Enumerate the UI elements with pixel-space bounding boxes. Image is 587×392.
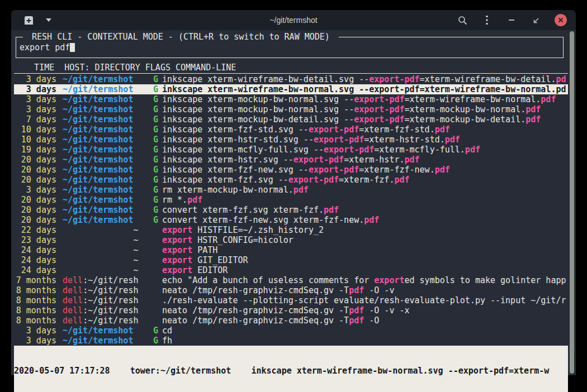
row-time: 7 days bbox=[14, 114, 56, 125]
row-time: 19 days bbox=[14, 145, 56, 155]
row-time: 22 days bbox=[14, 225, 56, 235]
row-time: 3 days bbox=[14, 185, 56, 195]
row-flags: G bbox=[153, 326, 161, 336]
row-flags bbox=[153, 265, 161, 275]
row-command: export GIT_EDITOR bbox=[162, 255, 568, 265]
history-row[interactable]: 10 days~/git/termshotGinkscape xterm-hst… bbox=[14, 135, 568, 145]
history-row[interactable]: 3 days~/git/termshotGrm xterm-mockup-bw-… bbox=[14, 185, 568, 195]
history-row[interactable]: 20 days~/git/termshotGconvert xterm-fzf-… bbox=[14, 215, 568, 225]
history-row[interactable]: 20 days~/git/termshotGconvert xterm-fzf.… bbox=[14, 205, 568, 215]
status-bar: 2020-05-07 17:17:28 tower:~/git/termshot… bbox=[14, 346, 568, 392]
history-row[interactable]: 3 days~/git/termshotGinkscape xterm-wire… bbox=[14, 84, 568, 94]
row-time: 20 days bbox=[14, 165, 56, 175]
row-time: 20 days bbox=[14, 205, 56, 215]
history-row[interactable]: 24 days ~export PATH bbox=[14, 245, 568, 255]
history-row[interactable]: 20 days~/git/termshotGinkscape xterm-hst… bbox=[14, 155, 568, 165]
history-row[interactable]: 24 days ~export EDITOR bbox=[14, 265, 568, 275]
row-host-directory: ~ bbox=[63, 225, 145, 235]
history-row[interactable]: 3 days~/git/termshotGinkscape xterm-mock… bbox=[14, 104, 568, 114]
row-command: inkscape xterm-mcfly-full.svg --export-p… bbox=[162, 145, 568, 155]
row-host-directory: ~/git/termshot bbox=[63, 104, 145, 114]
row-host-directory: ~ bbox=[63, 235, 145, 245]
row-host-directory: dell:~/git/resh bbox=[63, 305, 145, 315]
close-button[interactable] bbox=[555, 14, 567, 26]
new-tab-button[interactable] bbox=[22, 14, 35, 26]
row-time: 3 days bbox=[14, 326, 56, 336]
row-flags: G bbox=[153, 195, 161, 205]
close-icon bbox=[558, 17, 564, 23]
row-time: 8 months bbox=[14, 315, 56, 326]
row-time: 3 days bbox=[14, 104, 56, 114]
terminal-window: ~/git/termshot bbox=[11, 10, 576, 375]
history-row[interactable]: 22 days ~export HISTFILE=~/.zsh_history_… bbox=[14, 225, 568, 235]
search-button[interactable] bbox=[456, 14, 468, 26]
history-row[interactable]: 7 monthsdell:~/git/reshecho "Add a bunch… bbox=[14, 275, 568, 285]
scrollbar-thumb[interactable] bbox=[570, 31, 574, 374]
history-row[interactable]: 8 monthsdell:~/git/reshneato /tmp/resh-g… bbox=[14, 305, 568, 315]
minimize-icon bbox=[508, 19, 515, 21]
row-flags: G bbox=[153, 94, 161, 104]
chevron-down-icon bbox=[45, 18, 52, 22]
row-flags bbox=[153, 275, 161, 285]
row-command: export EDITOR bbox=[162, 265, 568, 275]
row-flags bbox=[153, 225, 161, 235]
history-row[interactable]: 3 days~/git/termshotGinkscape xterm-mock… bbox=[14, 94, 568, 104]
row-flags bbox=[153, 315, 161, 326]
row-command: inkscape xterm-hstr-std.svg --export-pdf… bbox=[162, 135, 568, 145]
row-host-directory: dell:~/git/resh bbox=[63, 315, 145, 326]
row-host-directory: dell:~/git/resh bbox=[63, 295, 145, 305]
history-row[interactable]: 10 days~/git/termshotGinkscape xterm-fzf… bbox=[14, 125, 568, 135]
minimize-button[interactable] bbox=[505, 14, 518, 26]
history-row[interactable]: 3 days~/git/termshotGfh bbox=[14, 336, 568, 346]
row-time: 3 days bbox=[14, 84, 56, 94]
row-time: 8 months bbox=[14, 295, 56, 305]
history-row[interactable]: 19 days~/git/termshotGinkscape xterm-mcf… bbox=[14, 145, 568, 155]
history-row[interactable]: 7 days~/git/termshotGinkscape xterm-mock… bbox=[14, 114, 568, 125]
row-host-directory: dell:~/git/resh bbox=[63, 275, 145, 285]
history-row[interactable]: 3 days~/git/termshotGcd bbox=[14, 326, 568, 336]
row-time: 3 days bbox=[14, 74, 56, 84]
restore-button[interactable] bbox=[530, 14, 542, 26]
history-row[interactable]: 3 days~/git/termshotGinkscape xterm-wire… bbox=[14, 74, 568, 84]
row-flags bbox=[153, 235, 161, 245]
row-flags: G bbox=[153, 165, 161, 175]
row-time: 23 days bbox=[14, 235, 56, 245]
row-host-directory: ~/git/termshot bbox=[63, 326, 145, 336]
row-host-directory: ~/git/termshot bbox=[63, 195, 145, 205]
row-host-directory: ~/git/termshot bbox=[63, 155, 145, 165]
row-command: inkscape xterm-mockup-bw-normal.svg --ex… bbox=[162, 104, 568, 114]
row-flags: G bbox=[153, 215, 161, 225]
kebab-menu-icon bbox=[486, 15, 488, 25]
row-flags: G bbox=[153, 74, 161, 84]
history-row[interactable]: 20 days~/git/termshotGrm *.pdf bbox=[14, 195, 568, 205]
history-row[interactable]: 8 monthsdell:~/git/reshneato /tmp/resh-g… bbox=[14, 315, 568, 326]
row-time: 3 days bbox=[14, 336, 56, 346]
row-flags: G bbox=[153, 175, 161, 185]
row-host-directory: ~/git/termshot bbox=[63, 94, 145, 104]
row-time: 20 days bbox=[14, 215, 56, 225]
menu-button[interactable] bbox=[481, 14, 493, 26]
row-time: 7 months bbox=[14, 275, 56, 285]
row-command: inkscape xterm-wireframe-bw-detail.svg -… bbox=[162, 74, 568, 84]
history-row[interactable]: 24 days ~export GIT_EDITOR bbox=[14, 255, 568, 265]
history-row[interactable]: 20 days~/git/termshotGinkscape xterm-fzf… bbox=[14, 175, 568, 185]
history-row[interactable]: 20 days~/git/termshotGinkscape xterm-fzf… bbox=[14, 165, 568, 175]
row-host-directory: ~/git/termshot bbox=[63, 205, 145, 215]
row-time: 24 days bbox=[14, 255, 56, 265]
row-time: 20 days bbox=[14, 175, 56, 185]
history-row[interactable]: 8 monthsdell:~/git/reshneato /tmp/resh-g… bbox=[14, 285, 568, 295]
row-command: neato /tmp/resh-graphviz-cmdSeq.gv -Tpdf… bbox=[162, 315, 568, 326]
row-flags: G bbox=[153, 205, 161, 215]
row-time: 10 days bbox=[14, 125, 56, 135]
row-command: export HISTFILE=~/.zsh_history_2 bbox=[162, 225, 568, 235]
history-row[interactable]: 8 monthsdell:~/git/resh./resh-evaluate -… bbox=[14, 295, 568, 305]
row-time: 20 days bbox=[14, 195, 56, 205]
row-flags: G bbox=[153, 185, 161, 195]
row-flags bbox=[153, 305, 161, 315]
row-flags: G bbox=[153, 135, 161, 145]
terminal-content: RESH CLI - CONTEXTUAL MODE - (CTRL+R to … bbox=[11, 30, 576, 375]
row-host-directory: ~/git/termshot bbox=[63, 125, 145, 135]
history-row[interactable]: 23 days ~export HSTR_CONFIG=hicolor bbox=[14, 235, 568, 245]
tab-dropdown-button[interactable] bbox=[42, 14, 55, 26]
row-flags bbox=[153, 255, 161, 265]
